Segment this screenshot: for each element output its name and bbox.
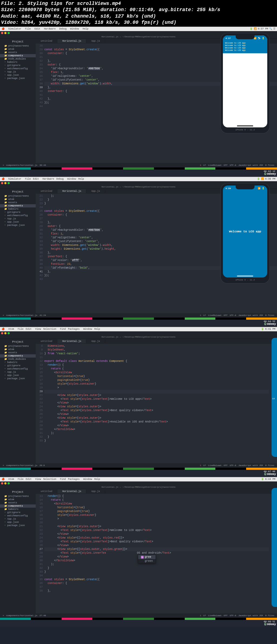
tree-item[interactable]: babelrc	[0, 207, 36, 211]
tree-item[interactable]: package.json	[0, 224, 36, 227]
video-frame-3: 🍎 Atom FileEdit ViewSelection FindPackag…	[0, 327, 277, 477]
tree-item[interactable]: babelrc	[0, 508, 36, 511]
tree-item[interactable]: App.js	[0, 70, 36, 74]
apple-icon[interactable]: 🍎	[2, 478, 5, 481]
tree-item[interactable]: app.json	[0, 74, 36, 77]
tree-item[interactable]: app.json	[0, 220, 36, 224]
tree-item[interactable]: components	[0, 54, 36, 57]
tree-item[interactable]: app.json	[0, 374, 36, 377]
iphone-simulator[interactable]: 6:39📶 🔋 Welcome to LCO app iPhone X – 11…	[221, 183, 269, 283]
tree-root[interactable]: projtwoscreens	[0, 44, 36, 48]
code-editor[interactable]: 8910111213141516171819202122232425262728…	[36, 344, 277, 463]
tree-item[interactable]: assets	[0, 351, 36, 354]
tree-item[interactable]: babelrc	[0, 361, 36, 364]
tree-item[interactable]: components	[0, 354, 36, 358]
tree-item[interactable]: components	[0, 504, 36, 508]
tree-item[interactable]: node_modules	[0, 57, 36, 61]
apple-icon[interactable]: 🍎	[2, 178, 5, 180]
tree-item[interactable]: atom	[0, 348, 36, 351]
tree-item[interactable]: gitignore	[0, 511, 36, 514]
tree-item[interactable]: watchmanconfig	[0, 67, 36, 70]
tree-item[interactable]: package.json	[0, 77, 36, 80]
mac-menubar[interactable]: 🍎 Simulator File Edit Hardware Debug Win…	[0, 27, 277, 31]
tree-item[interactable]: assets	[0, 201, 36, 204]
tree-item[interactable]: babelrc	[0, 61, 36, 64]
phone-welcome-text: Welcome to LCO app	[229, 230, 261, 233]
color-strip	[0, 167, 277, 170]
tree-item[interactable]: watchmanconfig	[0, 214, 36, 217]
tree-item[interactable]: atom	[0, 48, 36, 51]
code-editor[interactable]: 1314151617181920212223242526272829303132…	[36, 494, 277, 613]
tree-item[interactable]: app.json	[0, 521, 36, 524]
apple-icon[interactable]: 🍎	[2, 328, 5, 331]
video-frame-2: 🍎 Simulator FileEdit HardwareDebug Windo…	[0, 177, 277, 327]
tree-item[interactable]: node_modules	[0, 358, 36, 361]
iphone-simulator[interactable]: 6:37📶 📡 🔋 Welcome to LCO appWelcome to L…	[221, 33, 269, 133]
tree-item[interactable]: watchmanconfig	[0, 514, 36, 517]
video-frame-1: 🍎 Simulator File Edit Hardware Debug Win…	[0, 27, 277, 177]
tree-item[interactable]: atom	[0, 498, 36, 501]
autocomplete-option[interactable]: vgree	[138, 555, 156, 559]
tree-item[interactable]: assets	[0, 501, 36, 504]
udemy-logo: ûUdemy	[264, 172, 276, 176]
status-bar: ×components/horizontal.js39:43 1LFLiveRe…	[0, 163, 277, 167]
autocomplete-option[interactable]: green	[138, 559, 156, 563]
tree-item[interactable]: components	[0, 204, 36, 207]
autocomplete-popup[interactable]: vgree green	[138, 555, 156, 563]
project-tree[interactable]: Project projtwoscreens atomassetscompone…	[0, 39, 36, 163]
tree-item[interactable]: App.js	[0, 517, 36, 521]
file-metadata: File: 2. Styling tips for scrollViews.mp…	[0, 0, 277, 27]
tree-item[interactable]: assets	[0, 51, 36, 54]
tree-item[interactable]: App.js	[0, 217, 36, 220]
tree-item[interactable]: package.json	[0, 524, 36, 527]
tree-item[interactable]: gitignore	[0, 64, 36, 67]
mac-menubar[interactable]: 🍎 Simulator FileEdit HardwareDebug Windo…	[0, 177, 277, 181]
menu-app[interactable]: Simulator	[8, 28, 21, 30]
tree-item[interactable]: watchmanconfig	[0, 367, 36, 371]
mac-status: 🔋📶6:37 PM🔍☰	[249, 27, 275, 30]
tree-item[interactable]: gitignore	[0, 364, 36, 367]
tree-item[interactable]: gitignore	[0, 211, 36, 214]
project-tree[interactable]: Project projtwoscreens atomassetscompone…	[0, 189, 36, 313]
tree-item[interactable]: App.js	[0, 371, 36, 374]
tree-item[interactable]: package.json	[0, 377, 36, 380]
video-frame-4: 🍎 Atom FileEdit ViewSelection FindPackag…	[0, 477, 277, 627]
partial-phone: id	[272, 338, 277, 457]
tree-item[interactable]: atom	[0, 198, 36, 201]
apple-icon[interactable]: 🍎	[2, 28, 5, 30]
